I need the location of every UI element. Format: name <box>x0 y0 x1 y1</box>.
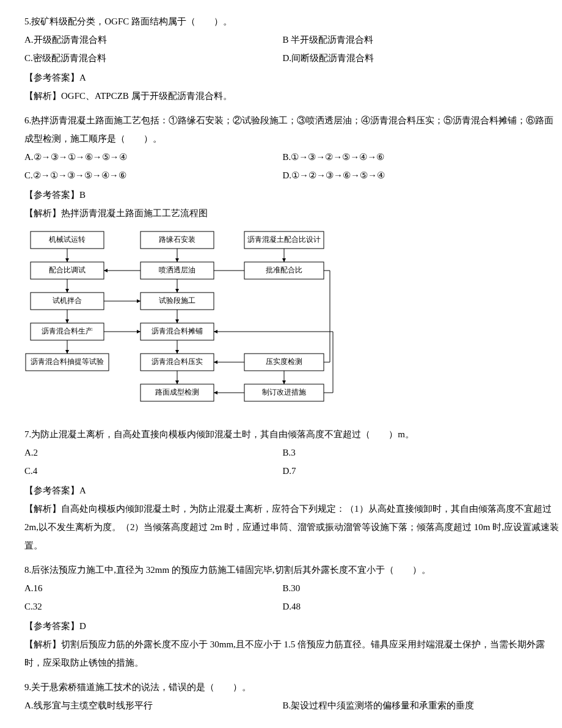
q5-stem: 5.按矿料级配分类，OGFC 路面结构属于（ ）。 <box>24 12 562 31</box>
q5-opt-c: C.密级配沥青混合料 <box>24 49 282 67</box>
fc-box: 压实度检测 <box>266 357 302 366</box>
flowchart: 机械试运转 配合比调试 试机拌合 沥青混合料生产 沥青混合料抽提等试验 路缘石安… <box>24 228 336 418</box>
q7-explain: 【解析】自高处向模板内倾卸混凝土时，为防止混凝土离析，应符合下列规定：（1）从高… <box>24 500 562 555</box>
q6-opt-b: B.①→③→②→⑤→④→⑥ <box>282 148 540 166</box>
fc-box: 沥青混合料生产 <box>42 327 93 335</box>
fc-box: 批准配合比 <box>266 266 302 274</box>
fc-box: 沥青混合料抽提等试验 <box>31 357 104 366</box>
fc-box: 机械试运转 <box>49 235 86 244</box>
q8-opt-d: D.48 <box>282 597 540 616</box>
q8-options: A.16 B.30 C.32 D.48 <box>24 579 562 616</box>
q8-stem: 8.后张法预应力施工中,直径为 32mm 的预应力筋施工锚固完毕,切割后其外露长… <box>24 561 562 579</box>
q8-opt-b: B.30 <box>282 579 540 597</box>
q7-opt-b: B.3 <box>282 443 540 462</box>
fc-box: 试验段施工 <box>159 296 195 305</box>
question-7: 7.为防止混凝土离析，自高处直接向模板内倾卸混凝土时，其自由倾落高度不宜超过（ … <box>24 425 562 555</box>
fc-box: 喷洒透层油 <box>159 266 195 274</box>
q5-answer: 【参考答案】A <box>24 68 562 87</box>
q7-opt-a: A.2 <box>24 443 282 462</box>
fc-box: 路缘石安装 <box>159 235 195 244</box>
question-5: 5.按矿料级配分类，OGFC 路面结构属于（ ）。 A.开级配沥青混合料 B 半… <box>24 12 562 105</box>
q7-options: A.2 B.3 C.4 D.7 <box>24 443 562 480</box>
q8-opt-a: A.16 <box>24 579 282 597</box>
q5-options: A.开级配沥青混合料 B 半开级配沥青混合料 C.密级配沥青混合料 D.间断级配… <box>24 31 562 67</box>
q7-opt-c: C.4 <box>24 462 282 480</box>
fc-box: 沥青混合料压实 <box>151 357 203 366</box>
q5-opt-d: D.间断级配沥青混合料 <box>282 49 540 67</box>
question-6: 6.热拌沥青混凝土路面施工艺包括：①路缘石安装；②试验段施工；③喷洒透层油；④沥… <box>24 111 562 222</box>
q7-answer: 【参考答案】A <box>24 481 562 500</box>
page-number: 2 <box>24 724 562 728</box>
fc-box: 试机拌合 <box>53 296 82 305</box>
q5-opt-b: B 半开级配沥青混合料 <box>282 31 540 49</box>
q6-opt-c: C.②→①→③→⑤→④→⑥ <box>24 166 282 184</box>
q7-stem: 7.为防止混凝土离析，自高处直接向模板内倾卸混凝土时，其自由倾落高度不宜超过（ … <box>24 425 562 443</box>
q8-answer: 【参考答案】D <box>24 617 562 635</box>
q9-opt-b: B.架设过程中须监测塔的偏移量和承重索的垂度 <box>282 696 540 715</box>
q9-opt-a: A.线形宜与主缆空载时线形平行 <box>24 696 282 715</box>
q6-opt-a: A.②→③→①→⑥→⑤→④ <box>24 148 282 166</box>
fc-box: 路面成型检测 <box>155 388 199 396</box>
q5-opt-a: A.开级配沥青混合料 <box>24 31 282 49</box>
fc-box: 沥青混合料摊铺 <box>151 327 203 335</box>
q6-options: A.②→③→①→⑥→⑤→④ B.①→③→②→⑤→④→⑥ C.②→①→③→⑤→④→… <box>24 148 562 184</box>
q9-options: A.线形宜与主缆空载时线形平行 B.架设过程中须监测塔的偏移量和承重索的垂度 <box>24 696 562 715</box>
q6-stem: 6.热拌沥青混凝土路面施工艺包括：①路缘石安装；②试验段施工；③喷洒透层油；④沥… <box>24 111 562 148</box>
question-8: 8.后张法预应力施工中,直径为 32mm 的预应力筋施工锚固完毕,切割后其外露长… <box>24 561 562 672</box>
fc-box: 沥青混凝土配合比设计 <box>247 235 321 244</box>
q6-explain: 【解析】热拌沥青混凝土路面施工工艺流程图 <box>24 204 562 222</box>
q8-opt-c: C.32 <box>24 597 282 616</box>
q8-explain: 【解析】切割后预应力筋的外露长度不应小于 30mm,且不应小于 1.5 倍预应力… <box>24 635 562 672</box>
q7-opt-d: D.7 <box>282 462 540 480</box>
q9-stem: 9.关于悬索桥猫道施工技术的说法，错误的是（ ）。 <box>24 678 562 696</box>
q6-opt-d: D.①→②→③→⑥→⑤→④ <box>282 166 540 184</box>
fc-box: 制订改进措施 <box>262 388 306 396</box>
question-9: 9.关于悬索桥猫道施工技术的说法，错误的是（ ）。 A.线形宜与主缆空载时线形平… <box>24 678 562 715</box>
q6-answer: 【参考答案】B <box>24 186 562 204</box>
fc-box: 配合比调试 <box>49 266 86 274</box>
q5-explain: 【解析】OGFC、ATPCZB 属于开级配沥青混合料。 <box>24 87 562 105</box>
